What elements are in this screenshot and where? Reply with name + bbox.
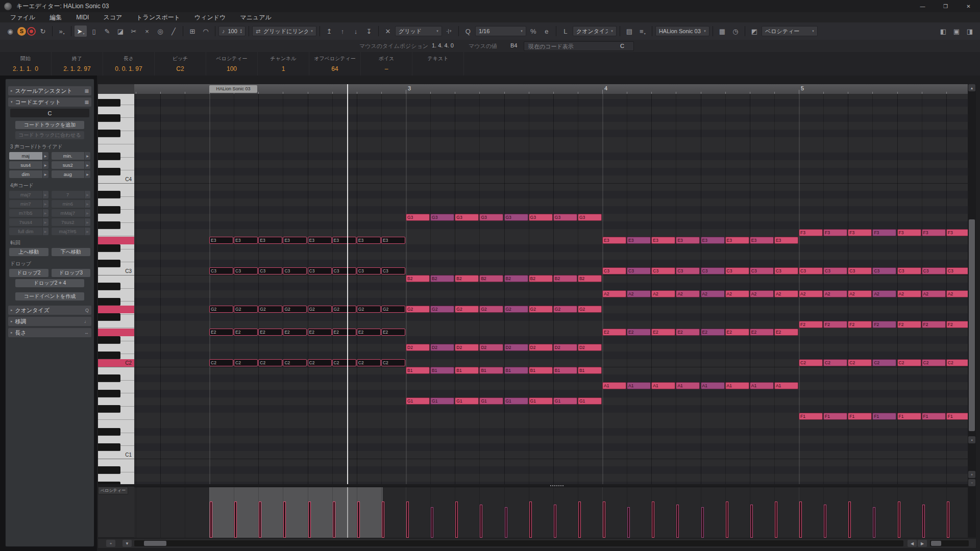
- drop-2-4-button[interactable]: ドロップ2 + 4: [15, 279, 84, 287]
- midi-note[interactable]: G2: [234, 306, 258, 313]
- editor-list-icon[interactable]: ≡▾: [636, 26, 649, 37]
- midi-note[interactable]: F1: [799, 413, 823, 420]
- midi-note[interactable]: A1: [750, 382, 774, 389]
- velocity-bar[interactable]: [382, 502, 384, 538]
- midi-note[interactable]: G3: [455, 214, 479, 221]
- menu-item-1[interactable]: 編集: [50, 13, 62, 22]
- midi-note[interactable]: C3: [602, 267, 626, 274]
- midi-note[interactable]: C3: [676, 267, 700, 274]
- midi-note[interactable]: A2: [676, 290, 700, 297]
- autoscroll-icon[interactable]: »▾: [56, 26, 68, 37]
- tetrad-button[interactable]: 7sus2: [52, 218, 85, 226]
- midi-note[interactable]: G3: [553, 214, 577, 221]
- midi-note[interactable]: B2: [553, 275, 577, 282]
- midi-note[interactable]: C3: [701, 267, 725, 274]
- midi-note[interactable]: D2: [529, 344, 553, 351]
- event-colors-icon[interactable]: ◩: [748, 26, 761, 37]
- midi-note[interactable]: B2: [578, 275, 602, 282]
- midi-note[interactable]: C2: [234, 359, 258, 366]
- midi-note[interactable]: F2: [799, 321, 823, 328]
- divider-handle-icon[interactable]: [550, 485, 564, 486]
- midi-note[interactable]: A2: [651, 290, 675, 297]
- piano-key-black[interactable]: [98, 168, 120, 176]
- midi-note[interactable]: E3: [725, 237, 749, 244]
- playhead-cursor[interactable]: [347, 487, 348, 538]
- midi-note[interactable]: G1: [430, 397, 454, 405]
- midi-note[interactable]: G1: [578, 397, 602, 405]
- midi-note[interactable]: F3: [799, 229, 823, 236]
- info-field-2[interactable]: 長さ0. 0. 1. 97: [103, 52, 155, 76]
- info-field-1[interactable]: 終了2. 1. 2. 97: [52, 52, 103, 76]
- midi-note[interactable]: C2: [848, 359, 872, 366]
- midi-note[interactable]: G1: [553, 397, 577, 405]
- zoom-scroll-thumb[interactable]: [931, 541, 941, 546]
- midi-note[interactable]: G2: [209, 306, 233, 313]
- add-chord-track-button[interactable]: コードトラックを追加: [15, 121, 84, 129]
- midi-note[interactable]: E2: [258, 329, 282, 336]
- length-quantize[interactable]: クオンタイズ▾: [573, 26, 617, 36]
- tetrad-button[interactable]: maj7/#5: [52, 228, 85, 235]
- curve-icon[interactable]: ◠: [200, 26, 212, 37]
- tetrad-arrow-icon[interactable]: ▶: [43, 191, 48, 198]
- velocity-bar[interactable]: [947, 502, 949, 538]
- zoom-tool[interactable]: ◎: [154, 26, 166, 37]
- piano-key-black[interactable]: [98, 374, 120, 382]
- tetrad-arrow-icon[interactable]: ▶: [85, 200, 90, 208]
- follow-chord-track-button[interactable]: コードトラックに合わせる: [15, 131, 84, 139]
- midi-note[interactable]: A2: [922, 290, 946, 297]
- midi-note[interactable]: A2: [627, 290, 651, 297]
- velocity-bar[interactable]: [283, 502, 286, 538]
- midi-note[interactable]: B2: [406, 275, 430, 282]
- midi-note[interactable]: E3: [381, 237, 405, 244]
- move-to-bottom-icon[interactable]: ↧: [363, 26, 375, 37]
- triad-arrow-icon[interactable]: ▶: [43, 170, 48, 178]
- midi-note[interactable]: A1: [651, 382, 675, 389]
- velocity-bar[interactable]: [799, 502, 802, 538]
- erase-tool[interactable]: ◪: [114, 26, 127, 37]
- midi-note[interactable]: B1: [430, 367, 454, 374]
- piano-key-black[interactable]: [98, 390, 120, 397]
- midi-note[interactable]: C3: [627, 267, 651, 274]
- info-field-5[interactable]: チャンネル1: [258, 52, 309, 76]
- midi-note[interactable]: C3: [308, 267, 332, 274]
- grid-type[interactable]: グリッド▾: [395, 26, 442, 36]
- piano-key-black[interactable]: [98, 260, 120, 267]
- midi-note[interactable]: F1: [922, 413, 946, 420]
- triad-button[interactable]: maj: [9, 152, 42, 160]
- spin-down-icon[interactable]: ▾: [240, 31, 242, 34]
- midi-note[interactable]: E3: [701, 237, 725, 244]
- midi-note[interactable]: D2: [455, 344, 479, 351]
- midi-note[interactable]: E3: [308, 237, 332, 244]
- midi-note[interactable]: F2: [897, 321, 921, 328]
- midi-note[interactable]: B2: [430, 275, 454, 282]
- midi-note[interactable]: E2: [651, 329, 675, 336]
- midi-note[interactable]: C3: [357, 267, 381, 274]
- piano-key-black[interactable]: [98, 244, 120, 252]
- velocity-bar[interactable]: [210, 502, 212, 538]
- midi-note[interactable]: F1: [823, 413, 847, 420]
- tetrad-button[interactable]: min6: [52, 200, 85, 208]
- midi-note[interactable]: F2: [922, 321, 946, 328]
- midi-note[interactable]: G2: [332, 306, 356, 313]
- piano-key-black[interactable]: [98, 298, 120, 306]
- midi-note[interactable]: C3: [799, 267, 823, 274]
- midi-note[interactable]: B1: [553, 367, 577, 374]
- midi-note[interactable]: F3: [922, 229, 946, 236]
- velocity-bar[interactable]: [603, 502, 605, 538]
- midi-note[interactable]: E2: [357, 329, 381, 336]
- menu-item-5[interactable]: ウィンドウ: [194, 13, 226, 22]
- triad-arrow-icon[interactable]: ▶: [43, 152, 48, 160]
- section-transpose[interactable]: ▸移調♩: [8, 317, 91, 326]
- midi-note[interactable]: G2: [381, 306, 405, 313]
- midi-note[interactable]: G2: [504, 306, 528, 313]
- midi-note[interactable]: E2: [332, 329, 356, 336]
- midi-note[interactable]: B2: [504, 275, 528, 282]
- move-to-top-icon[interactable]: ↥: [323, 26, 335, 37]
- midi-note[interactable]: C2: [357, 359, 381, 366]
- piano-key-black[interactable]: [98, 114, 120, 122]
- info-field-8[interactable]: テキスト: [412, 52, 464, 76]
- midi-note[interactable]: E3: [258, 237, 282, 244]
- midi-note[interactable]: E2: [725, 329, 749, 336]
- show-part-borders-icon[interactable]: ▦: [716, 26, 728, 37]
- section-length[interactable]: ▸長さ↔: [8, 328, 91, 337]
